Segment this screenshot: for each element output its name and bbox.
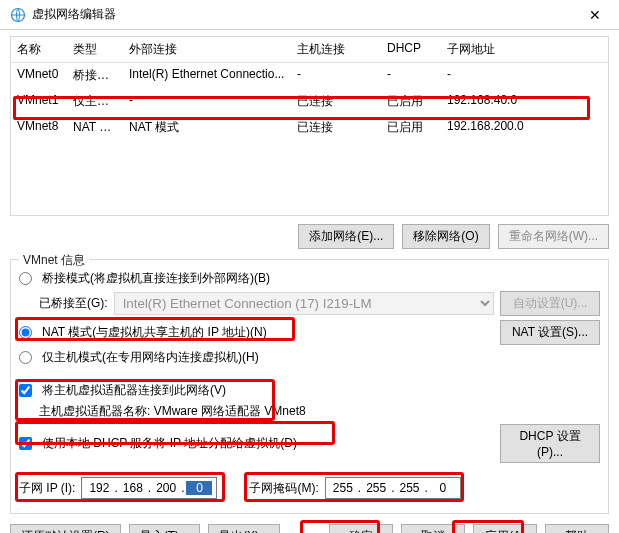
bridge-radio[interactable]: [19, 272, 32, 285]
bridge-label: 桥接模式(将虚拟机直接连接到外部网络)(B): [42, 270, 270, 287]
table-row[interactable]: VMnet0 桥接模式 Intel(R) Ethernet Connectio.…: [11, 63, 608, 89]
bridge-adapter-select: Intel(R) Ethernet Connection (17) I219-L…: [114, 292, 494, 315]
cancel-button[interactable]: 取消: [401, 524, 465, 533]
vmnet-info-section: VMnet 信息 桥接模式(将虚拟机直接连接到外部网络)(B) 已桥接至(G):…: [10, 259, 609, 514]
nat-radio[interactable]: [19, 326, 32, 339]
export-button[interactable]: 导出(X)...: [208, 524, 280, 533]
subnet-ip-input[interactable]: 192. 168. 200. 0: [81, 477, 217, 499]
adapter-name-label: 主机虚拟适配器名称: VMware 网络适配器 VMnet8: [39, 403, 306, 420]
col-dhcp[interactable]: DHCP: [381, 37, 441, 62]
ok-button[interactable]: 确定: [329, 524, 393, 533]
add-network-button[interactable]: 添加网络(E)...: [298, 224, 394, 249]
nat-label: NAT 模式(与虚拟机共享主机的 IP 地址)(N): [42, 324, 267, 341]
remove-network-button[interactable]: 移除网络(O): [402, 224, 489, 249]
table-row[interactable]: VMnet1 仅主机... - 已连接 已启用 192.168.40.0: [11, 89, 608, 115]
close-button[interactable]: ✕: [581, 3, 609, 27]
auto-settings-button: 自动设置(U)...: [500, 291, 600, 316]
hostonly-label: 仅主机模式(在专用网络内连接虚拟机)(H): [42, 349, 259, 366]
dhcp-checkbox[interactable]: [19, 437, 32, 450]
connect-host-label: 将主机虚拟适配器连接到此网络(V): [42, 382, 226, 399]
col-type[interactable]: 类型: [67, 37, 123, 62]
dhcp-label: 使用本地 DHCP 服务将 IP 地址分配给虚拟机(D): [42, 435, 297, 452]
col-ext[interactable]: 外部连接: [123, 37, 291, 62]
apply-button[interactable]: 应用(A): [473, 524, 537, 533]
table-row[interactable]: VMnet8 NAT 模式 NAT 模式 已连接 已启用 192.168.200…: [11, 115, 608, 141]
col-name[interactable]: 名称: [11, 37, 67, 62]
dhcp-settings-button[interactable]: DHCP 设置(P)...: [500, 424, 600, 463]
hostonly-radio[interactable]: [19, 351, 32, 364]
help-button[interactable]: 帮助: [545, 524, 609, 533]
rename-network-button: 重命名网络(W)...: [498, 224, 609, 249]
title-bar: 虚拟网络编辑器 ✕: [0, 0, 619, 30]
subnet-mask-label: 子网掩码(M):: [249, 480, 318, 497]
import-button[interactable]: 导入(T)...: [129, 524, 200, 533]
globe-icon: [10, 7, 26, 23]
network-table[interactable]: 名称 类型 外部连接 主机连接 DHCP 子网地址 VMnet0 桥接模式 In…: [10, 36, 609, 216]
window-title: 虚拟网络编辑器: [32, 6, 581, 23]
subnet-ip-label: 子网 IP (I):: [19, 480, 75, 497]
subnet-mask-input[interactable]: 255. 255. 255. 0: [325, 477, 461, 499]
col-host[interactable]: 主机连接: [291, 37, 381, 62]
bridge-to-label: 已桥接至(G):: [39, 295, 108, 312]
nat-settings-button[interactable]: NAT 设置(S)...: [500, 320, 600, 345]
col-subnet[interactable]: 子网地址: [441, 37, 608, 62]
connect-host-checkbox[interactable]: [19, 384, 32, 397]
restore-defaults-button[interactable]: 还原默认设置(R): [10, 524, 121, 533]
section-title: VMnet 信息: [19, 252, 89, 269]
